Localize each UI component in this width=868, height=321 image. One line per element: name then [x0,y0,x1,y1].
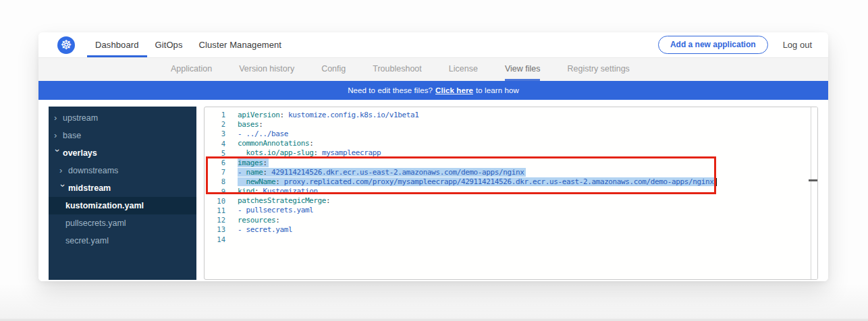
top-navbar: ☸ DashboardGitOpsCluster Management Add … [38,32,828,58]
line-number: 8 [205,177,225,185]
tree-item-label: base [63,131,81,140]
line-content: - ../../base [238,129,288,138]
tree-item-label: upstream [63,113,98,123]
topnav-tab-cluster-management[interactable]: Cluster Management [191,32,290,57]
code-lines: 1apiVersion: kustomize.config.k8s.io/v1b… [205,110,810,244]
view-files-content: ›upstream›base›overlays›downstreams›mids… [38,100,828,281]
tree-item-pullsecrets-yaml[interactable]: pullsecrets.yaml [49,214,196,232]
line-content: - secret.yaml [238,225,292,234]
line-number: 14 [205,235,225,243]
tree-item-downstreams[interactable]: ›downstreams [49,162,196,179]
line-number: 10 [205,197,225,205]
line-content: - pullsecrets.yaml [238,206,313,214]
line-number: 13 [205,225,225,233]
chevron-down-icon: › [59,184,66,191]
line-content: newName: proxy.replicated.com/proxy/mysa… [238,177,717,186]
line-content: kind: Kustomization [238,187,318,196]
topnav-tab-dashboard[interactable]: Dashboard [87,32,147,57]
subnav-tab-version-history[interactable]: Version history [239,58,294,81]
add-application-button[interactable]: Add a new application [658,36,768,54]
code-line-2[interactable]: 2bases: [205,119,810,129]
yaml-code-editor[interactable]: 1apiVersion: kustomize.config.k8s.io/v1b… [204,107,818,280]
tree-item-kustomization-yaml[interactable]: kustomization.yaml [49,197,196,214]
line-content: - name: 429114214526.dkr.ecr.us-east-2.a… [238,168,526,177]
chevron-down-icon: › [54,149,61,156]
code-line-12[interactable]: 12resources: [205,215,810,225]
subnav-tab-registry-settings[interactable]: Registry settings [567,58,629,81]
subnav-tab-view-files[interactable]: View files [505,58,541,81]
kubernetes-logo-icon: ☸ [57,36,75,54]
tree-item-midstream[interactable]: ›midstream [49,179,196,197]
line-content: resources: [238,216,279,225]
line-content: commonAnnotations: [238,139,313,148]
line-number: 12 [205,216,225,224]
line-content: apiVersion: kustomize.config.k8s.io/v1be… [238,111,418,119]
line-number: 1 [205,111,225,119]
code-line-14[interactable]: 14 [205,234,810,243]
selected-text: newName: proxy.replicated.com/proxy/mysa… [238,177,715,186]
page-bottom-shadow [0,283,868,321]
topnav-tab-gitops[interactable]: GitOps [147,32,191,57]
banner-text-suffix: to learn how [476,86,519,94]
subnav-tab-license[interactable]: License [449,58,478,81]
text-cursor [715,178,717,186]
code-line-4[interactable]: 4commonAnnotations: [205,139,810,148]
code-line-10[interactable]: 10patchesStrategicMerge: [205,196,810,206]
tree-item-secret-yaml[interactable]: secret.yaml [49,232,196,250]
editor-scrollbar-track[interactable] [811,107,817,279]
subnav-tab-application[interactable]: Application [171,58,212,81]
code-line-11[interactable]: 11- pullsecrets.yaml [205,206,810,215]
line-content: patchesStrategicMerge: [238,196,330,205]
tree-item-label: secret.yaml [65,236,109,245]
line-number: 2 [205,120,225,128]
chevron-right-icon: › [59,167,66,174]
code-line-13[interactable]: 13- secret.yaml [205,225,810,234]
code-line-3[interactable]: 3- ../../base [205,129,810,138]
click-here-link[interactable]: Click here [435,86,473,94]
banner-text-prefix: Need to edit these files? [348,86,433,94]
tree-item-label: downstreams [68,166,118,175]
line-number: 3 [205,129,225,138]
selected-text: - name: 429114214526.dkr.ecr.us-east-2.a… [238,168,526,177]
line-number: 5 [205,149,225,157]
code-line-5[interactable]: 5 kots.io/app-slug: mysampleecrapp [205,148,810,158]
chevron-right-icon: › [54,132,61,139]
line-number: 6 [205,158,225,167]
admin-console-window: ☸ DashboardGitOpsCluster Management Add … [38,32,828,281]
tree-item-label: pullsecrets.yaml [65,218,126,228]
subnav-tab-config[interactable]: Config [321,58,346,81]
tree-item-label: overlays [63,148,97,158]
selected-text: images: [238,158,269,167]
subnav-tab-troubleshoot[interactable]: Troubleshoot [373,58,422,81]
tree-item-upstream[interactable]: ›upstream [49,109,196,127]
top-nav-tabs: DashboardGitOpsCluster Management [87,32,290,57]
line-content: bases: [238,120,263,129]
file-tree-sidebar: ›upstream›base›overlays›downstreams›mids… [49,107,196,280]
code-line-8[interactable]: 8 newName: proxy.replicated.com/proxy/my… [205,177,810,186]
code-line-9[interactable]: 9kind: Kustomization [205,187,810,196]
line-number: 7 [205,168,225,176]
code-line-1[interactable]: 1apiVersion: kustomize.config.k8s.io/v1b… [205,110,810,119]
editor-scrollbar-marker[interactable] [809,179,817,181]
line-number: 9 [205,187,225,196]
code-line-7[interactable]: 7- name: 429114214526.dkr.ecr.us-east-2.… [205,167,810,177]
logout-link[interactable]: Log out [783,40,812,50]
tree-item-base[interactable]: ›base [49,127,196,144]
line-number: 4 [205,140,225,148]
line-content: images: [238,158,269,167]
line-number: 11 [205,206,225,214]
tree-item-label: midstream [68,183,111,193]
edit-files-banner: Need to edit these files? Click here to … [38,81,828,100]
line-content: kots.io/app-slug: mysampleecrapp [238,148,381,157]
app-tab-bar: ApplicationVersion historyConfigTroubles… [38,58,828,81]
page-bottom-divider [0,319,868,320]
chevron-right-icon: › [54,115,61,121]
tree-item-overlays[interactable]: ›overlays [49,144,196,162]
tree-item-label: kustomization.yaml [65,201,144,210]
code-line-6[interactable]: 6images: [205,158,810,167]
